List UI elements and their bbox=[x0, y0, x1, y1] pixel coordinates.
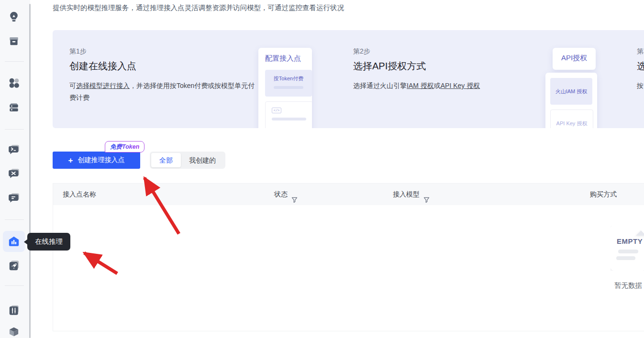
placeholder-bar bbox=[616, 256, 635, 260]
empty-document-icon: EMPTY bbox=[611, 226, 644, 271]
step-3: 第3步 选择 按 bbox=[620, 30, 644, 128]
sidebar-divider bbox=[5, 129, 24, 130]
column-label: 接入模型 bbox=[393, 184, 420, 205]
step-3-label: 第3步 bbox=[637, 47, 644, 56]
steps-banner: 第1步 创建在线接入点 可选择模型进行接入，并选择使用按Token付费或按模型单… bbox=[53, 30, 644, 128]
filter-icon[interactable] bbox=[291, 191, 298, 198]
step-1-description: 可选择模型进行接入，并选择使用按Token付费或按模型单元付费计费 bbox=[69, 80, 261, 104]
page-description: 提供实时的模型推理服务，通过推理接入点灵活调整资源并访问模型，可通过监控查看运行… bbox=[53, 3, 344, 12]
step-2-title-card: API授权 bbox=[553, 48, 596, 70]
empty-state: EMPTY 暂无数据 bbox=[592, 226, 644, 290]
column-label: 购买方式 bbox=[590, 184, 617, 205]
step-1: 第1步 创建在线接入点 可选择模型进行接入，并选择使用按Token付费或按模型单… bbox=[53, 30, 336, 128]
placeholder-bar bbox=[272, 118, 306, 120]
server-stack-icon[interactable] bbox=[8, 101, 20, 113]
step-3-title: 选择 bbox=[637, 60, 644, 73]
step-2-card-title: API授权 bbox=[553, 48, 596, 63]
online-inference-tooltip: 在线推理 bbox=[27, 233, 70, 251]
step-2-label: 第2步 bbox=[353, 47, 370, 56]
column-endpoint-name: 接入点名称 bbox=[63, 184, 96, 205]
app-grid-icon[interactable] bbox=[8, 76, 20, 89]
create-endpoint-button-label: 创建推理接入点 bbox=[78, 156, 124, 164]
step-1-desc-pre: 可 bbox=[69, 82, 76, 89]
create-endpoint-button[interactable]: + 创建推理接入点 bbox=[53, 152, 140, 169]
column-status: 状态 bbox=[274, 184, 298, 205]
table-header: 接入点名称 状态 接入模型 购买方式 bbox=[53, 184, 644, 205]
step-3-description: 按 bbox=[637, 80, 644, 92]
sidebar-divider bbox=[5, 219, 24, 220]
step-1-model-link[interactable]: 选择模型进行接入 bbox=[76, 82, 130, 89]
empty-state-text: 暂无数据 bbox=[592, 281, 644, 290]
api-key-auth-chip-label: API Key 授权 bbox=[551, 110, 593, 127]
terminal-chat-icon[interactable] bbox=[8, 143, 20, 156]
iam-auth-chip-label: 火山IAM 授权 bbox=[550, 78, 592, 95]
rocket-icon[interactable] bbox=[8, 259, 20, 272]
placeholder-bar bbox=[274, 86, 303, 89]
column-model: 接入模型 bbox=[393, 184, 430, 205]
iam-auth-link[interactable]: IAM 授权 bbox=[407, 82, 434, 89]
archive-box-icon[interactable] bbox=[8, 35, 20, 47]
empty-document-text: EMPTY bbox=[617, 237, 643, 245]
code-icon: </> bbox=[272, 108, 282, 113]
document-fold-corner bbox=[636, 226, 644, 236]
step-2-desc-mid: 或 bbox=[434, 82, 441, 89]
placeholder-bar bbox=[618, 250, 638, 253]
step-2-title: 选择API授权方式 bbox=[353, 60, 426, 73]
filter-tabs: 全部 我创建的 bbox=[150, 152, 225, 169]
message-chat-icon[interactable] bbox=[8, 192, 20, 204]
tab-all[interactable]: 全部 bbox=[151, 153, 181, 167]
unit-billing-chip: </> bbox=[265, 101, 312, 128]
column-label: 接入点名称 bbox=[63, 184, 96, 205]
sidebar bbox=[0, 0, 30, 338]
sliders-icon[interactable] bbox=[8, 304, 20, 316]
sidebar-divider bbox=[5, 61, 24, 62]
online-inference-icon[interactable] bbox=[8, 235, 20, 248]
sidebar-scrollbar[interactable] bbox=[29, 4, 31, 338]
step-2-description: 选择通过火山引擎IAM 授权或API Key 授权 bbox=[353, 80, 544, 92]
api-key-auth-chip: API Key 授权 bbox=[550, 109, 593, 128]
step-2: 第2步 选择API授权方式 选择通过火山引擎IAM 授权或API Key 授权 … bbox=[336, 30, 620, 128]
filter-icon[interactable] bbox=[423, 191, 430, 198]
iam-auth-chip: 火山IAM 授权 bbox=[550, 78, 592, 105]
step-2-options-card: 火山IAM 授权 API Key 授权 bbox=[545, 73, 597, 128]
endpoint-table: 接入点名称 状态 接入模型 购买方式 EMPTY 暂无数据 bbox=[53, 183, 644, 331]
column-purchase-method: 购买方式 bbox=[590, 184, 617, 205]
token-billing-chip: 按Token付费 bbox=[265, 70, 312, 97]
free-token-badge-label: 免费Token bbox=[110, 143, 139, 150]
column-label: 状态 bbox=[274, 184, 288, 205]
online-inference-page: 提供实时的模型推理服务，通过推理接入点灵活调整资源并访问模型，可通过监控查看运行… bbox=[0, 0, 644, 338]
idea-bulb-icon[interactable] bbox=[8, 11, 20, 23]
step-1-label: 第1步 bbox=[69, 47, 87, 56]
step-1-title: 创建在线接入点 bbox=[69, 60, 136, 73]
step-1-illustration-card: 配置接入点 按Token付费 </> bbox=[258, 48, 312, 128]
exchange-chat-icon[interactable] bbox=[8, 167, 20, 180]
free-token-badge: 免费Token bbox=[105, 141, 144, 153]
api-key-auth-link[interactable]: API Key 授权 bbox=[441, 82, 480, 89]
plus-icon: + bbox=[68, 156, 73, 164]
tab-created-by-me[interactable]: 我创建的 bbox=[181, 153, 224, 167]
step-1-card-title: 配置接入点 bbox=[258, 48, 312, 63]
sidebar-divider bbox=[5, 285, 24, 286]
step-2-desc-pre: 选择通过火山引擎 bbox=[353, 82, 407, 89]
token-billing-label: 按Token付费 bbox=[265, 70, 312, 82]
cube-icon[interactable] bbox=[8, 326, 20, 338]
